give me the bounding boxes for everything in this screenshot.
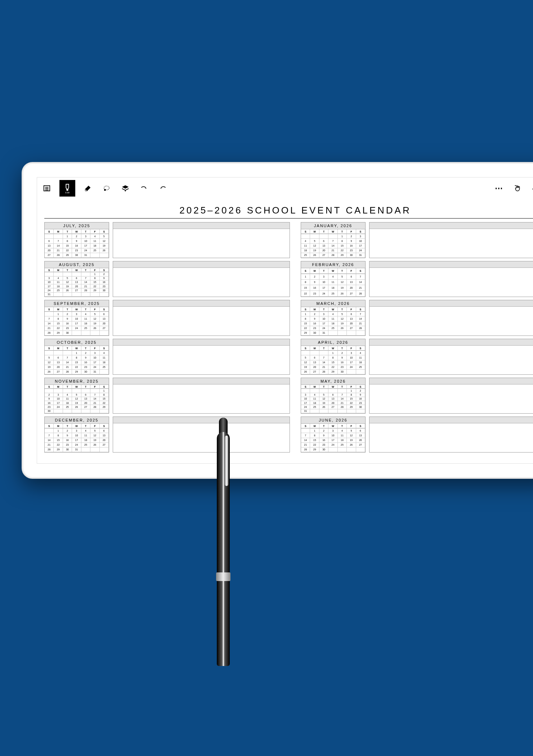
day-cell: 28 bbox=[328, 253, 337, 258]
calendar-grid: SMTWTFS123456789101112131415161718192021… bbox=[45, 385, 109, 413]
menu-icon[interactable] bbox=[41, 182, 53, 194]
day-header: S bbox=[356, 229, 365, 234]
day-cell: 16 bbox=[63, 438, 72, 443]
day-cell bbox=[90, 293, 99, 297]
day-cell: 18 bbox=[301, 248, 310, 253]
notes-area[interactable] bbox=[113, 222, 290, 258]
day-cell: 27 bbox=[347, 326, 356, 331]
redo-button[interactable] bbox=[157, 182, 169, 194]
day-cell: 11 bbox=[90, 239, 99, 243]
day-cell: 1 bbox=[310, 428, 319, 433]
notes-area[interactable] bbox=[113, 417, 290, 453]
day-cell: 11 bbox=[310, 397, 319, 401]
calendar-grid: SMTWTFS123456789101112131415161718192021… bbox=[301, 268, 365, 297]
calendar-grid: SMTWTFS123456789101112131415161718192021… bbox=[45, 346, 109, 374]
toolbar: 0.30 ⋯ ‹ 5 / bbox=[37, 177, 533, 199]
eraser-tool-button[interactable] bbox=[82, 182, 94, 194]
day-cell: 2 bbox=[347, 234, 356, 239]
day-header: T bbox=[319, 229, 328, 234]
day-cell: 1 bbox=[54, 312, 63, 316]
notes-area[interactable] bbox=[113, 339, 290, 375]
day-cell: 24 bbox=[356, 248, 365, 253]
notes-area[interactable] bbox=[369, 339, 533, 375]
day-cell: 17 bbox=[72, 321, 81, 326]
day-cell: 5 bbox=[100, 234, 109, 239]
day-header: F bbox=[90, 268, 99, 272]
notes-area[interactable] bbox=[369, 300, 533, 336]
day-cell: 20 bbox=[45, 248, 54, 253]
notes-area[interactable] bbox=[369, 222, 533, 258]
day-cell: 18 bbox=[63, 401, 72, 405]
day-cell: 26 bbox=[72, 405, 81, 409]
day-cell: 13 bbox=[319, 244, 328, 248]
notes-area[interactable] bbox=[113, 378, 290, 414]
day-cell: 27 bbox=[100, 326, 109, 331]
day-cell bbox=[100, 409, 109, 413]
day-cell: 11 bbox=[301, 244, 310, 248]
day-cell: 9 bbox=[310, 316, 319, 321]
day-cell: 13 bbox=[356, 433, 365, 438]
day-header: M bbox=[310, 307, 319, 312]
day-cell: 8 bbox=[301, 316, 310, 321]
day-cell: 20 bbox=[347, 321, 356, 326]
undo-button[interactable] bbox=[138, 182, 150, 194]
day-cell: 25 bbox=[338, 443, 347, 447]
document-area[interactable]: 2025–2026 SCHOOL EVENT CALENDAR JULY, 20… bbox=[37, 199, 533, 463]
day-cell: 4 bbox=[63, 393, 72, 397]
notes-area[interactable] bbox=[113, 261, 290, 297]
notes-area[interactable] bbox=[113, 300, 290, 336]
day-cell bbox=[54, 351, 63, 355]
day-cell: 26 bbox=[301, 370, 310, 374]
day-cell bbox=[319, 351, 328, 355]
left-column: JULY, 2025SMTWTFS12345678910111213141516… bbox=[44, 222, 290, 453]
day-header: T bbox=[63, 229, 72, 234]
mini-calendar: SEPTEMBER, 2025SMTWTFS123456789101112131… bbox=[44, 300, 109, 336]
prev-page-button[interactable]: ‹ bbox=[530, 184, 533, 193]
document-title: 2025–2026 SCHOOL EVENT CALENDAR bbox=[44, 203, 533, 219]
notes-area[interactable] bbox=[369, 417, 533, 453]
gesture-button[interactable] bbox=[511, 182, 524, 194]
day-header: S bbox=[45, 385, 54, 389]
day-cell: 3 bbox=[356, 234, 365, 239]
more-options-button[interactable]: ⋯ bbox=[493, 182, 505, 194]
pen-tool-button[interactable]: 0.30 bbox=[59, 180, 75, 197]
day-cell: 9 bbox=[338, 355, 347, 360]
day-cell: 7 bbox=[356, 274, 365, 280]
lasso-tool-button[interactable] bbox=[100, 182, 113, 194]
month-block: OCTOBER, 2025SMTWTFS12345678910111213141… bbox=[44, 339, 290, 375]
day-cell: 6 bbox=[328, 393, 337, 397]
day-cell: 1 bbox=[347, 389, 356, 393]
notes-area[interactable] bbox=[369, 378, 533, 414]
day-header: S bbox=[100, 385, 109, 389]
day-cell: 30 bbox=[45, 409, 54, 413]
day-cell: 13 bbox=[81, 397, 90, 401]
layers-button[interactable] bbox=[119, 182, 131, 194]
day-cell: 13 bbox=[100, 433, 109, 438]
day-header: M bbox=[310, 424, 319, 428]
day-cell: 9 bbox=[356, 393, 365, 397]
day-cell: 31 bbox=[319, 331, 328, 336]
notes-area[interactable] bbox=[369, 261, 533, 297]
notes-header bbox=[369, 378, 533, 384]
day-cell: 10 bbox=[54, 397, 63, 401]
day-cell bbox=[347, 370, 356, 374]
day-cell: 8 bbox=[310, 433, 319, 438]
day-cell bbox=[100, 370, 109, 374]
day-cell: 19 bbox=[90, 321, 99, 326]
day-cell: 14 bbox=[301, 438, 310, 443]
day-cell: 3 bbox=[72, 312, 81, 316]
day-cell: 8 bbox=[54, 316, 63, 321]
day-cell: 7 bbox=[338, 393, 347, 397]
month-label: APRIL, 2026 bbox=[301, 339, 365, 346]
day-cell: 25 bbox=[310, 405, 319, 409]
day-cell: 7 bbox=[45, 316, 54, 321]
day-cell: 1 bbox=[54, 428, 63, 433]
right-column: JANUARY, 2026SMTWTFS12345678910111213141… bbox=[301, 222, 533, 453]
day-cell: 27 bbox=[100, 443, 109, 447]
day-header: T bbox=[319, 268, 328, 274]
day-cell: 19 bbox=[338, 285, 347, 291]
month-block: AUGUST, 2025SMTWTFS123456789101112131415… bbox=[44, 261, 290, 297]
day-cell: 5 bbox=[90, 312, 99, 316]
day-cell: 2 bbox=[72, 234, 81, 239]
day-cell: 4 bbox=[100, 351, 109, 355]
